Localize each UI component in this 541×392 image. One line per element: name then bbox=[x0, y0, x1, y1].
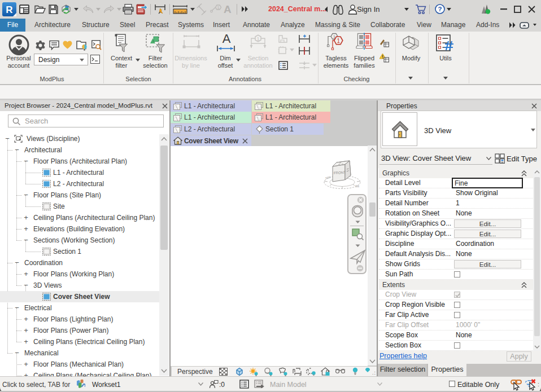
svg-text:1: 1 bbox=[256, 36, 259, 42]
svg-text:1: 1 bbox=[217, 5, 220, 10]
svg-text:1: 1 bbox=[337, 38, 341, 44]
svg-text:?: ? bbox=[438, 6, 442, 12]
svg-text:R: R bbox=[6, 5, 12, 15]
svg-text:SE: SE bbox=[355, 184, 360, 188]
svg-text:NW: NW bbox=[325, 175, 331, 180]
svg-text:FRONT: FRONT bbox=[334, 170, 346, 175]
